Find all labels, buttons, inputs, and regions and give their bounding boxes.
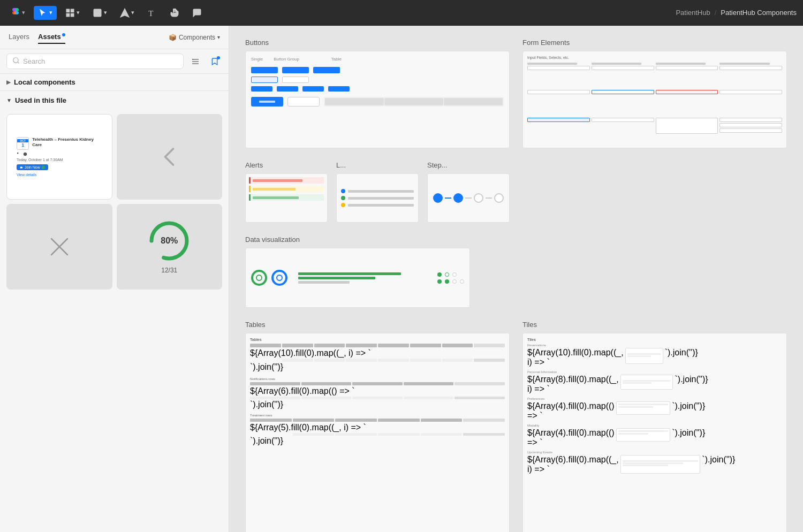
svg-text:T: T bbox=[148, 9, 153, 18]
progress-percent: 80% bbox=[161, 236, 178, 246]
canvas-section-stepper: Step... bbox=[427, 161, 510, 223]
toolbar: ▾ ▾ ▾ ▾ bbox=[0, 0, 803, 26]
bookmark-button[interactable] bbox=[207, 54, 222, 69]
figma-logo-button[interactable]: ▾ bbox=[6, 6, 29, 20]
assets-badge bbox=[62, 33, 65, 36]
svg-rect-0 bbox=[66, 9, 69, 12]
breadcrumb-separator: / bbox=[715, 9, 717, 17]
canvas-section-tables: Tables Tables bbox=[245, 321, 510, 532]
search-input[interactable] bbox=[23, 57, 178, 65]
legend-preview-box bbox=[336, 173, 419, 223]
canvas-section-form-elements: Form Elements Input Fields, Selects, etc… bbox=[522, 39, 787, 148]
canvas-row-4: Tables Tables bbox=[245, 321, 787, 532]
comment-tool-button[interactable] bbox=[188, 6, 206, 20]
dataviz-section-label: Data visualization bbox=[245, 235, 787, 244]
form-elements-section-label: Form Elements bbox=[522, 39, 787, 47]
select-tool-button[interactable]: ▾ bbox=[34, 6, 57, 20]
search-container bbox=[0, 49, 229, 74]
canvas-section-alerts: Alerts bbox=[245, 161, 328, 223]
search-icon bbox=[12, 57, 20, 66]
tables-section-label: Tables bbox=[245, 321, 510, 329]
buttons-preview-box: SingleButton GroupTable bbox=[245, 51, 510, 148]
component-thumb-telehealth[interactable]: OCT 1 Telehealth – Fresenius Kidney Care… bbox=[6, 114, 112, 200]
components-grid: OCT 1 Telehealth – Fresenius Kidney Care… bbox=[0, 110, 229, 294]
component-thumb-close-cross[interactable] bbox=[6, 204, 112, 290]
canvas-section-legend: L... bbox=[336, 161, 419, 223]
canvas-content: Buttons SingleButton GroupTable bbox=[229, 26, 803, 532]
stepper-preview-box bbox=[427, 173, 510, 223]
tiles-section-label: Tiles bbox=[522, 321, 787, 329]
svg-rect-4 bbox=[94, 9, 101, 17]
component-thumb-back-arrow[interactable] bbox=[117, 114, 223, 200]
stepper-section-label: Step... bbox=[427, 161, 510, 169]
breadcrumb-file: PatientHub Components bbox=[721, 9, 797, 17]
search-input-wrap bbox=[6, 54, 184, 69]
tiles-preview-box: Tiles Reservations ${Array(10).fill(0).m… bbox=[522, 333, 787, 532]
text-tool-button[interactable]: T bbox=[143, 6, 161, 20]
form-elements-preview-box: Input Fields, Selects, etc. bbox=[522, 51, 787, 148]
frame-tool-button[interactable]: ▾ bbox=[61, 6, 84, 20]
used-in-file-label: Used in this file bbox=[15, 96, 66, 104]
legend-section-label: L... bbox=[336, 161, 419, 169]
canvas-row-2: Alerts bbox=[245, 161, 787, 223]
svg-point-6 bbox=[13, 58, 18, 63]
list-view-button[interactable] bbox=[188, 54, 203, 69]
local-components-header[interactable]: ▶ Local components bbox=[0, 74, 229, 91]
buttons-section-label: Buttons bbox=[245, 39, 510, 47]
dataviz-preview-box bbox=[245, 248, 470, 308]
canvas-row-3: Data visualization bbox=[245, 235, 787, 308]
canvas-section-tiles: Tiles Tiles Reservations ${Array(10).fil… bbox=[522, 321, 787, 532]
canvas-section-buttons: Buttons SingleButton GroupTable bbox=[245, 39, 510, 148]
used-in-file-header[interactable]: ▼ Used in this file bbox=[0, 91, 229, 110]
toolbar-left: ▾ ▾ ▾ ▾ bbox=[6, 6, 206, 20]
alerts-preview-box bbox=[245, 173, 328, 223]
breadcrumb: PatientHub / PatientHub Components bbox=[676, 9, 797, 17]
sidebar-tabs: Layers Assets 📦 Components ▾ bbox=[0, 26, 229, 49]
breadcrumb-project[interactable]: PatientHub bbox=[676, 9, 710, 17]
sidebar: Layers Assets 📦 Components ▾ bbox=[0, 26, 229, 532]
tables-preview-box: Tables bbox=[245, 333, 510, 532]
alerts-section-label: Alerts bbox=[245, 161, 328, 169]
used-in-file-arrow: ▼ bbox=[6, 97, 12, 103]
progress-fraction: 12/31 bbox=[161, 267, 177, 274]
pen-tool-button[interactable]: ▾ bbox=[116, 6, 139, 20]
component-thumb-progress-ring[interactable]: 80% 12/31 bbox=[117, 204, 223, 290]
main-layout: Layers Assets 📦 Components ▾ bbox=[0, 26, 803, 532]
shape-tool-button[interactable]: ▾ bbox=[88, 6, 111, 20]
components-dropdown[interactable]: 📦 Components ▾ bbox=[169, 34, 220, 41]
svg-rect-3 bbox=[71, 13, 74, 16]
local-components-label: Local components bbox=[14, 78, 75, 86]
canvas-area[interactable]: Buttons SingleButton GroupTable bbox=[229, 26, 803, 532]
tab-layers[interactable]: Layers bbox=[9, 31, 29, 44]
svg-rect-1 bbox=[71, 9, 74, 12]
svg-rect-2 bbox=[66, 13, 69, 16]
local-components-arrow: ▶ bbox=[6, 79, 11, 85]
hand-tool-button[interactable] bbox=[165, 6, 184, 20]
canvas-row-1: Buttons SingleButton GroupTable bbox=[245, 39, 787, 148]
svg-rect-11 bbox=[17, 153, 18, 154]
tab-assets[interactable]: Assets bbox=[38, 31, 65, 44]
